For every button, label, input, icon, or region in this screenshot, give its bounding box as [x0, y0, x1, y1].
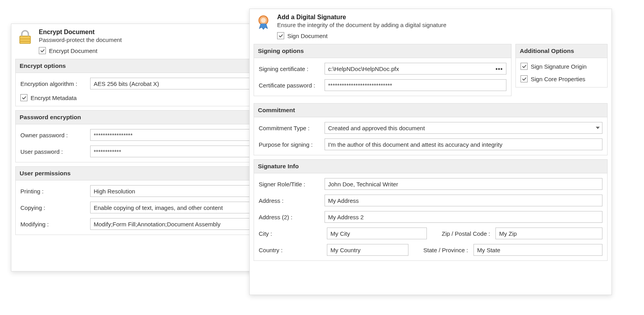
modifying-label: Modifying : [20, 221, 87, 228]
country-field[interactable] [327, 244, 408, 256]
signature-subtitle: Ensure the integrity of the document by … [277, 22, 606, 28]
purpose-for-signing-label: Purpose for signing : [259, 141, 321, 148]
sign-core-properties-checkbox[interactable]: Sign Core Properties [521, 75, 602, 82]
modifying-value: Modify;Form Fill;Annotation;Document Ass… [94, 221, 220, 228]
additional-options-section: Additional Options Sign Signature Origin… [515, 44, 608, 87]
signature-panel-header: Add a Digital Signature Ensure the integ… [250, 9, 611, 41]
sign-document-checkbox-label: Sign Document [287, 33, 328, 39]
sign-signature-origin-checkbox[interactable]: Sign Signature Origin [521, 63, 602, 70]
commitment-heading: Commitment [254, 104, 607, 117]
additional-options-heading: Additional Options [516, 44, 607, 58]
signature-info-heading: Signature Info [254, 160, 607, 173]
signing-certificate-field[interactable]: c:\HelpNDoc\HelpNDoc.pfx ••• [325, 63, 506, 75]
signature-info-section: Signature Info Signer Role/Title : Addre… [254, 159, 608, 261]
address2-label: Address (2) : [259, 214, 321, 220]
badge-icon [255, 14, 272, 31]
digital-signature-panel: Add a Digital Signature Ensure the integ… [249, 9, 612, 295]
address-label: Address : [259, 197, 321, 204]
country-label: Country : [259, 247, 321, 253]
checkbox-icon [20, 94, 27, 101]
city-field[interactable] [327, 228, 427, 239]
checkbox-icon [39, 47, 46, 54]
checkbox-icon [521, 75, 528, 82]
purpose-for-signing-field[interactable] [325, 138, 602, 150]
ellipsis-icon: ••• [495, 66, 503, 72]
svg-rect-2 [20, 41, 30, 42]
city-label: City : [259, 230, 321, 237]
zip-field[interactable] [495, 228, 602, 239]
commitment-type-label: Commitment Type : [259, 125, 321, 131]
signature-title: Add a Digital Signature [277, 14, 606, 21]
checkbox-icon [277, 32, 284, 39]
encryption-algorithm-value: AES 256 bits (Acrobat X) [94, 80, 159, 87]
printing-value: High Resolution [94, 188, 135, 195]
address-field[interactable] [325, 195, 602, 206]
signing-certificate-value: c:\HelpNDoc\HelpNDoc.pfx [328, 66, 399, 72]
signing-options-section: Signing options Signing certificate : c:… [254, 44, 512, 96]
state-label: State / Province : [414, 247, 468, 253]
zip-label: Zip / Postal Code : [432, 230, 490, 237]
commitment-type-dropdown[interactable]: Created and approved this document [325, 122, 602, 134]
signing-options-heading: Signing options [254, 44, 511, 58]
state-field[interactable] [473, 244, 602, 256]
signer-role-label: Signer Role/Title : [259, 181, 321, 188]
user-password-label: User password : [20, 148, 87, 155]
certificate-password-field[interactable] [325, 79, 506, 91]
sign-core-properties-label: Sign Core Properties [531, 76, 585, 82]
address2-field[interactable] [325, 211, 602, 223]
svg-rect-1 [20, 38, 30, 39]
printing-label: Printing : [20, 188, 87, 195]
encryption-algorithm-label: Encryption algorithm : [20, 80, 87, 87]
sign-signature-origin-label: Sign Signature Origin [531, 63, 587, 70]
checkbox-icon [521, 63, 528, 70]
chevron-down-icon [596, 127, 600, 129]
copying-label: Copying : [20, 204, 87, 211]
commitment-type-value: Created and approved this document [328, 125, 425, 131]
encrypt-document-checkbox-label: Encrypt Document [49, 47, 97, 54]
commitment-section: Commitment Commitment Type : Created and… [254, 103, 608, 155]
sign-document-checkbox[interactable]: Sign Document [277, 32, 606, 39]
signer-role-field[interactable] [325, 178, 602, 190]
svg-rect-0 [20, 36, 30, 44]
copying-value: Enable copying of text, images, and othe… [94, 204, 223, 211]
certificate-password-label: Certificate password : [259, 82, 321, 89]
owner-password-label: Owner password : [20, 132, 87, 138]
lock-icon [17, 29, 33, 46]
signing-certificate-label: Signing certificate : [259, 66, 321, 72]
svg-point-4 [261, 18, 266, 23]
encrypt-metadata-label: Encrypt Metadata [31, 95, 77, 101]
